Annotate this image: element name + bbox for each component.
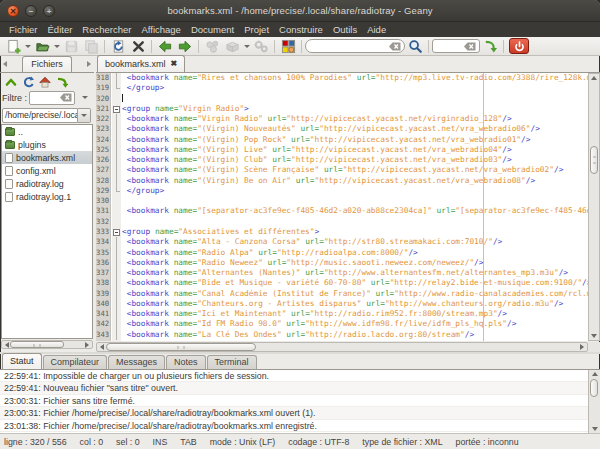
refresh-button[interactable] (22, 76, 34, 88)
build-dropdown[interactable] (242, 38, 251, 55)
editor-horizontal-scrollbar[interactable] (96, 342, 588, 352)
code-line-336[interactable]: <bookmark name="Radio Neweez" url="http:… (122, 258, 588, 268)
menu-item-document[interactable]: Document (186, 24, 239, 35)
editor-tab-bookmarks[interactable]: bookmarks.xml ✖ (97, 55, 185, 72)
bottom-tab-terminal[interactable]: Terminal (207, 355, 257, 369)
code-line-339[interactable]: <bookmark name="Canal Académie (Institut… (122, 289, 588, 299)
bottom-tab-notes[interactable]: Notes (166, 355, 206, 369)
navigate-forward-button[interactable] (175, 38, 195, 55)
new-file-dropdown[interactable] (23, 38, 32, 55)
filter-history-dropdown[interactable] (78, 91, 92, 105)
tab-scroll-right-icon[interactable] (85, 58, 94, 70)
quit-button[interactable] (509, 38, 529, 54)
execute-button[interactable] (251, 38, 271, 55)
revert-button[interactable] (108, 38, 128, 55)
bottom-tab-compilateur[interactable]: Compilateur (43, 355, 108, 369)
scroll-down-icon[interactable] (589, 332, 599, 340)
code-line-324[interactable]: <bookmark name="(Virgin) Pop Rock" url="… (122, 135, 588, 145)
open-file-dropdown[interactable] (52, 38, 61, 55)
code-area[interactable]: <bookmark name="Rires et chansons 100% P… (122, 73, 588, 341)
code-line-340[interactable]: <bookmark name="Chanteurs.org - Artistes… (122, 299, 588, 309)
menu-item-éditer[interactable]: Éditer (43, 24, 78, 35)
scroll-right-icon[interactable] (82, 341, 92, 348)
scrollbar-thumb[interactable] (590, 146, 598, 174)
code-line-332[interactable] (122, 217, 588, 227)
code-line-320[interactable] (122, 94, 588, 104)
file-row-radiotray.log.1[interactable]: radiotray.log.1 (2, 190, 92, 203)
menu-item-aide[interactable]: Aide (362, 24, 391, 35)
status-message-row[interactable]: 23:00:31: Fichier /home/precise/.local/s… (0, 407, 600, 419)
new-file-button[interactable] (3, 38, 23, 55)
parent-directory-button[interactable] (5, 76, 17, 88)
status-message-row[interactable]: 22:59:41: Impossible de charger un ou pl… (0, 370, 600, 382)
code-line-325[interactable]: <bookmark name="(Virgin) Live" url="http… (122, 145, 588, 155)
close-document-button[interactable] (128, 38, 148, 55)
navigate-back-button[interactable] (155, 38, 175, 55)
menu-item-fichier[interactable]: Fichier (4, 24, 43, 35)
search-button[interactable] (405, 38, 425, 55)
scroll-up-icon[interactable] (590, 370, 600, 378)
path-dropdown[interactable] (78, 108, 91, 123)
file-row-radiotray.log[interactable]: radiotray.log (2, 177, 92, 190)
track-current-file-button[interactable] (56, 76, 68, 88)
code-line-330[interactable] (122, 196, 588, 206)
code-line-338[interactable]: <bookmark name="Bide et Musique - variét… (122, 278, 588, 288)
code-line-342[interactable]: <bookmark name="Id FM Radio 98.0" url="h… (122, 319, 588, 329)
home-button[interactable] (39, 76, 51, 88)
open-file-button[interactable] (32, 38, 52, 55)
code-line-343[interactable]: <bookmark name="La Clé Des Ondes" url="h… (122, 330, 588, 340)
tab-close-icon[interactable]: ✖ (171, 60, 178, 68)
status-message-row[interactable]: 23:00:31: Fichier sans titre fermé. (0, 395, 600, 407)
file-row-plugins[interactable]: plugins (2, 138, 92, 151)
fold-marker[interactable] (112, 227, 121, 237)
menu-item-affichage[interactable]: Affichage (136, 24, 185, 35)
filter-input[interactable] (29, 91, 75, 105)
title-bar[interactable]: ✕ − + bookmarks.xml - /home/precise/.loc… (0, 0, 600, 22)
code-line-329[interactable]: </group> (122, 186, 588, 196)
code-line-322[interactable]: <bookmark name="Virgin Radio" url="http:… (122, 114, 588, 124)
status-message-row[interactable]: 22:59:41: Nouveau fichier "sans titre" o… (0, 382, 600, 394)
file-row-bookmarks.xml[interactable]: bookmarks.xml (2, 151, 92, 164)
scroll-up-icon[interactable] (589, 74, 599, 82)
code-line-334[interactable]: <bookmark name="Alta - Canzona Corsa" ur… (122, 237, 588, 247)
path-input[interactable]: /home/precise/.local/share/radiotray (2, 108, 78, 123)
code-line-327[interactable]: <bookmark name="(Virgin) Scène Française… (122, 165, 588, 175)
scrollbar-thumb[interactable] (590, 379, 598, 397)
tab-scroll-left-icon[interactable] (0, 58, 9, 70)
save-all-button[interactable] (81, 38, 101, 55)
code-line-319[interactable]: </group> (122, 83, 588, 93)
code-line-337[interactable]: <bookmark name="Alternantes (Nantes)" ur… (122, 268, 588, 278)
code-line-323[interactable]: <bookmark name="(Virgin) Nouveautés" url… (122, 124, 588, 134)
editor-vertical-scrollbar[interactable] (588, 73, 600, 341)
scroll-right-icon[interactable] (577, 343, 587, 351)
code-line-326[interactable]: <bookmark name="(Virgin) Club" url="http… (122, 155, 588, 165)
code-editor[interactable]: 3183193203213223233243253263273283293303… (96, 73, 600, 341)
scroll-down-icon[interactable] (590, 425, 600, 433)
sidebar-tab-files[interactable]: Fichiers (22, 56, 72, 72)
menu-item-construire[interactable]: Construire (274, 24, 328, 35)
scrollbar-thumb[interactable] (106, 343, 256, 351)
fold-marker[interactable] (112, 104, 121, 114)
fold-margin[interactable] (112, 73, 121, 341)
goto-line-input[interactable] (432, 39, 480, 53)
scrollbar-thumb[interactable] (10, 341, 64, 348)
save-button[interactable] (61, 38, 81, 55)
code-line-341[interactable]: <bookmark name="Ici et Maintenant" url="… (122, 309, 588, 319)
code-line-328[interactable]: <bookmark name="(Virgin) Be on Air" url=… (122, 176, 588, 186)
status-message-list[interactable]: 22:59:41: Impossible de charger un ou pl… (0, 370, 600, 433)
goto-line-button[interactable] (480, 38, 500, 55)
sidebar-horizontal-scrollbar[interactable] (1, 340, 93, 349)
clear-filter-icon[interactable] (60, 93, 72, 102)
menu-item-rechercher[interactable]: Rechercher (77, 24, 136, 35)
build-button[interactable] (222, 38, 242, 55)
messages-vertical-scrollbar[interactable] (588, 370, 600, 433)
code-line-335[interactable]: <bookmark name="Radio Alpa" url="http://… (122, 248, 588, 258)
compile-button[interactable] (202, 38, 222, 55)
bottom-tab-statut[interactable]: Statut (2, 353, 42, 369)
clear-search-icon[interactable] (389, 42, 401, 51)
menu-item-outils[interactable]: Outils (328, 24, 362, 35)
file-row-..[interactable]: .. (2, 125, 92, 138)
code-line-318[interactable]: <bookmark name="Rires et chansons 100% P… (122, 73, 588, 83)
color-chooser-button[interactable] (278, 38, 298, 55)
bottom-tab-messages[interactable]: Messages (108, 355, 165, 369)
